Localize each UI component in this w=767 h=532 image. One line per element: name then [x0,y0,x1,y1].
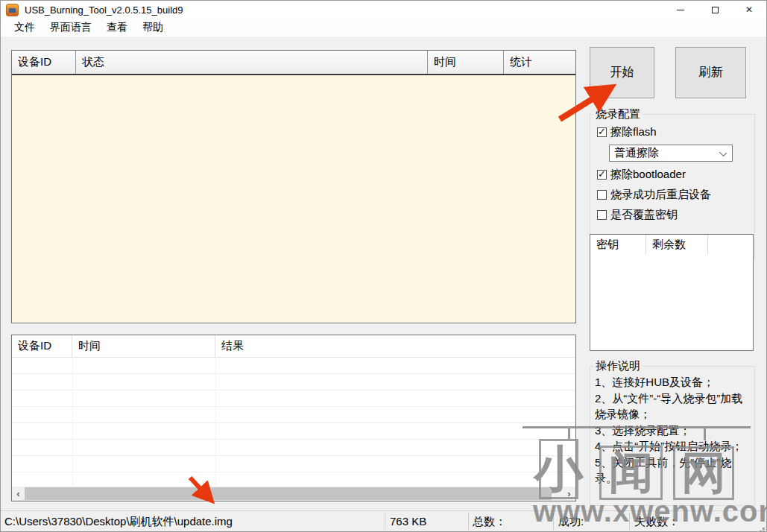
overwrite-key-checkbox[interactable] [597,210,607,220]
device-status-table: 设备ID 状态 时间 统计 [11,50,576,323]
refresh-button-label: 刷新 [699,65,723,80]
reboot-after-checkbox[interactable] [597,190,607,200]
erase-bootloader-checkbox[interactable] [597,170,607,180]
scrollbar-thumb[interactable] [25,487,552,500]
statusbar-divider [553,513,554,530]
main-area: 设备ID 状态 时间 统计 开始 刷新 烧录配置 擦除flash 普通擦除 [1,37,766,510]
erase-flash-checkbox[interactable] [597,127,607,137]
reboot-after-label[interactable]: 烧录成功后重启设备 [610,188,711,202]
erase-mode-value: 普通擦除 [614,146,659,160]
column-header-blank [708,235,753,255]
statusbar-divider [629,513,630,530]
key-table-body[interactable] [590,255,753,350]
instructions-group: 操作说明 1、连接好HUB及设备； 2、从“文件”-“导入烧录包”加载烧录镜像；… [590,366,755,506]
chevron-left-icon[interactable]: ‹ [12,487,25,501]
erase-bootloader-row: 擦除bootloader [597,168,686,182]
statusbar-divider [468,513,469,530]
erase-flash-label[interactable]: 擦除flash [610,125,657,139]
chevron-down-icon [719,149,727,156]
window-title: USB_Burning_Tool_v2.0.5.15_build9 [25,4,183,16]
resize-grip[interactable] [763,528,765,530]
file-size: 763 KB [390,515,426,528]
file-path: C:\Users\37830\Desktop\刷机软件\update.img [4,515,233,529]
menu-file[interactable]: 文件 [7,19,42,37]
maximize-button[interactable] [698,1,732,19]
instruction-step-5: 5、关闭工具前，先“停止”烧录。 [595,455,751,487]
success-count-label: 成功: [558,515,584,529]
device-table-body[interactable] [12,75,575,323]
column-header-remaining[interactable]: 剩余数 [646,235,708,255]
column-header-result[interactable]: 结果 [215,335,575,357]
close-button[interactable]: ✕ [732,1,766,19]
erase-flash-row: 擦除flash [597,125,657,139]
erase-bootloader-label[interactable]: 擦除bootloader [610,168,686,182]
minimize-button[interactable] [663,1,698,19]
reboot-after-row: 烧录成功后重启设备 [597,188,711,202]
instruction-step-3: 3、选择烧录配置； [595,422,751,439]
refresh-button[interactable]: 刷新 [675,47,746,98]
column-header-time[interactable]: 时间 [428,51,504,74]
close-icon: ✕ [745,5,753,14]
burning-config-title: 烧录配置 [593,107,643,121]
menu-help[interactable]: 帮助 [135,19,171,37]
app-window: USB_Burning_Tool_v2.0.5.15_build9 ✕ 文件 界… [0,0,767,532]
start-button[interactable]: 开始 [590,47,654,98]
horizontal-scrollbar[interactable]: ‹ › [12,487,575,501]
column-divider [215,358,216,486]
maximize-icon [712,7,719,13]
statusbar-divider [385,513,385,530]
column-header-key[interactable]: 密钥 [590,235,646,255]
key-table-header: 密钥 剩余数 [590,235,753,255]
total-count-label: 总数： [473,515,506,529]
column-header-time[interactable]: 时间 [72,335,215,357]
overwrite-key-row: 是否覆盖密钥 [597,208,678,222]
title-bar: USB_Burning_Tool_v2.0.5.15_build9 ✕ [1,1,766,19]
instruction-step-2: 2、从“文件”-“导入烧录包”加载烧录镜像； [595,390,751,422]
instruction-step-4: 4、点击“开始”按钮启动烧录； [595,438,751,455]
minimize-icon [677,10,684,10]
app-icon [6,4,19,16]
menu-bar: 文件 界面语言 查看 帮助 [1,19,766,37]
result-table: 设备ID 时间 结果 ‹ › [11,335,576,501]
device-table-header: 设备ID 状态 时间 统计 [12,51,575,75]
start-button-label: 开始 [610,65,634,80]
overwrite-key-label[interactable]: 是否覆盖密钥 [610,208,678,222]
instructions-text: 1、连接好HUB及设备； 2、从“文件”-“导入烧录包”加载烧录镜像； 3、选择… [595,374,751,487]
key-table: 密钥 剩余数 [590,234,754,351]
column-header-device-id[interactable]: 设备ID [12,51,76,74]
column-header-status[interactable]: 状态 [76,51,428,74]
failed-count-label: 失败数： [634,515,679,529]
menu-language[interactable]: 界面语言 [42,19,99,37]
result-table-header: 设备ID 时间 结果 [12,335,575,358]
column-header-stats[interactable]: 统计 [504,51,575,74]
result-table-body[interactable] [12,358,575,486]
status-bar: C:\Users\37830\Desktop\刷机软件\update.img 7… [1,510,766,531]
menu-view[interactable]: 查看 [99,19,135,37]
chevron-right-icon[interactable]: › [563,487,575,501]
erase-mode-dropdown[interactable]: 普通擦除 [609,145,733,162]
instruction-step-1: 1、连接好HUB及设备； [595,374,751,390]
column-header-device-id[interactable]: 设备ID [12,335,72,357]
instructions-title: 操作说明 [593,359,643,373]
column-divider [72,358,73,486]
